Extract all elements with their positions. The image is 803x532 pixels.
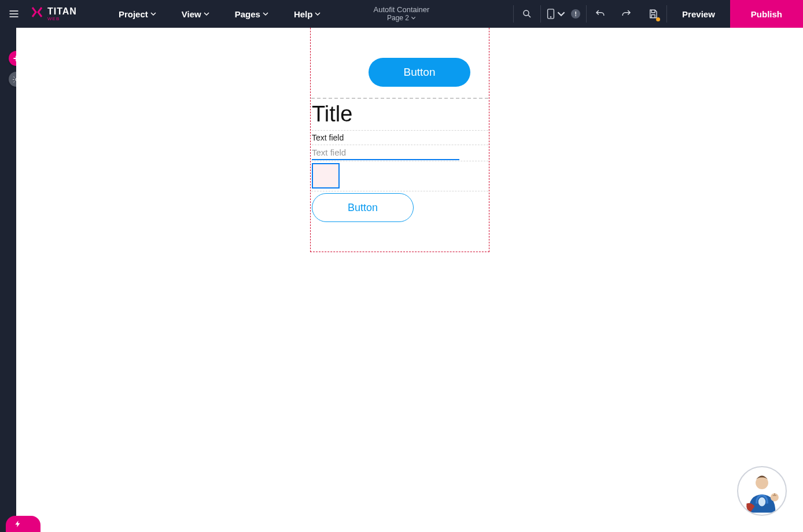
chevron-down-icon (315, 11, 321, 17)
publish-button[interactable]: Publish (730, 0, 803, 28)
logo[interactable]: TITAN WEB (28, 5, 83, 23)
undo-button[interactable] (587, 0, 613, 28)
unsaved-indicator-icon (656, 17, 660, 21)
autofit-container[interactable]: Button Title Text field Text field Butto… (310, 28, 489, 252)
toolbar: ! Preview Publish (513, 0, 803, 28)
menu-view-label: View (182, 9, 201, 19)
bottom-action-pill[interactable] (6, 516, 40, 532)
lightning-icon (14, 520, 22, 528)
chevron-down-icon (150, 11, 156, 17)
svg-point-2 (550, 17, 551, 18)
breadcrumb[interactable]: Autofit Container Page 2 (374, 6, 430, 23)
breadcrumb-title: Autofit Container (374, 6, 430, 14)
logo-mark-icon (30, 5, 44, 23)
top-bar: TITAN WEB Project View Pages Help Autofi… (0, 0, 803, 28)
preview-label: Preview (682, 9, 715, 19)
outline-button-label: Button (348, 202, 378, 214)
preview-button[interactable]: Preview (667, 0, 730, 28)
redo-icon (621, 9, 632, 19)
help-mascot-button[interactable] (737, 466, 787, 516)
hamburger-icon (8, 8, 20, 20)
svg-point-4 (756, 476, 768, 489)
text-field-label[interactable]: Text field (312, 133, 488, 145)
left-rail (0, 28, 16, 532)
primary-button-element[interactable]: Button (369, 58, 470, 87)
hamburger-menu[interactable] (0, 0, 28, 28)
menu-help[interactable]: Help (281, 0, 334, 28)
menu-project-label: Project (119, 9, 148, 19)
row-divider (311, 161, 488, 161)
design-canvas[interactable]: Button Title Text field Text field Butto… (16, 28, 803, 532)
logo-title: TITAN (47, 7, 77, 16)
device-selector[interactable]: ! (541, 0, 586, 28)
text-field-element[interactable]: Text field (312, 146, 459, 160)
text-field-input[interactable]: Text field (312, 146, 459, 160)
selected-element-handle[interactable] (312, 163, 340, 189)
chevron-down-icon (557, 9, 565, 19)
device-info-badge: ! (571, 9, 580, 19)
undo-icon (595, 9, 605, 19)
chevron-down-icon (204, 11, 209, 17)
redo-button[interactable] (613, 0, 640, 28)
menu-project[interactable]: Project (106, 0, 169, 28)
svg-point-5 (758, 497, 766, 507)
mascot-icon (739, 468, 784, 513)
row-divider (311, 98, 488, 99)
row-divider (311, 191, 488, 191)
save-button[interactable] (640, 0, 666, 28)
menu-pages[interactable]: Pages (222, 0, 281, 28)
svg-point-0 (524, 10, 529, 16)
logo-subtitle: WEB (47, 17, 77, 21)
chevron-down-icon (411, 16, 416, 20)
menu-pages-label: Pages (235, 9, 260, 19)
search-button[interactable] (514, 0, 540, 28)
menu-view[interactable]: View (169, 0, 222, 28)
mobile-device-icon (547, 9, 555, 19)
title-element[interactable]: Title (312, 102, 488, 131)
chevron-down-icon (263, 11, 268, 17)
search-icon (522, 9, 532, 19)
publish-label: Publish (751, 9, 782, 19)
menu-help-label: Help (294, 9, 313, 19)
outline-button-element[interactable]: Button (312, 193, 414, 222)
primary-button-label: Button (404, 66, 436, 79)
main-menu: Project View Pages Help (106, 0, 334, 28)
breadcrumb-page: Page 2 (387, 14, 409, 23)
